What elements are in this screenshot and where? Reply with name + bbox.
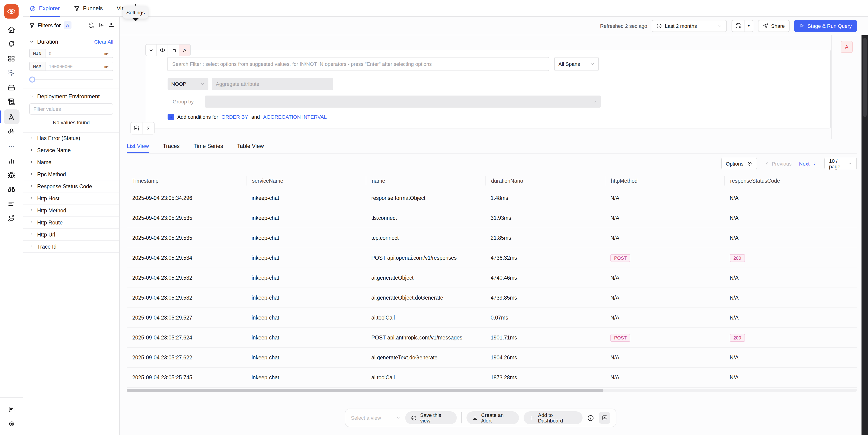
rail-item-support[interactable] bbox=[3, 403, 19, 416]
attribute-filter-trace-id[interactable]: Trace Id bbox=[23, 241, 119, 253]
table-row[interactable]: 2025-09-04 23:05:27.624inkeep-chatPOST a… bbox=[127, 328, 857, 348]
table-row[interactable]: 2025-09-04 23:05:29.535inkeep-chattls.co… bbox=[127, 208, 857, 228]
column-header-servicename[interactable]: serviceName bbox=[246, 176, 366, 186]
attribute-filter-http-route[interactable]: Http Route bbox=[23, 216, 119, 229]
table-row[interactable]: 2025-09-04 23:05:29.535inkeep-chattcp.co… bbox=[127, 228, 857, 248]
previous-page-button[interactable]: Previous bbox=[764, 161, 792, 166]
query-a-chip[interactable]: A bbox=[64, 21, 71, 29]
plus-icon[interactable] bbox=[167, 113, 174, 120]
query-variant-chip-a[interactable]: A bbox=[841, 41, 853, 53]
duration-max-input[interactable]: MAX 100000000 ms bbox=[29, 62, 113, 71]
signoz-logo-icon[interactable] bbox=[4, 4, 19, 19]
query-label-a[interactable]: A bbox=[179, 44, 190, 56]
aggregate-operator-select[interactable]: NOOP bbox=[167, 78, 209, 90]
formula-button[interactable] bbox=[143, 123, 154, 134]
table-row[interactable]: 2025-09-04 23:05:25.745inkeep-chatai.too… bbox=[127, 368, 857, 388]
query-builder-button[interactable] bbox=[131, 123, 143, 134]
table-row[interactable]: 2025-09-04 23:05:29.532inkeep-chatai.gen… bbox=[127, 268, 857, 288]
tab-explorer[interactable]: Explorer bbox=[30, 0, 60, 17]
time-range-select[interactable]: Last 2 months bbox=[652, 20, 727, 32]
column-header-responsestatuscode[interactable]: responseStatusCode bbox=[724, 176, 857, 186]
rail-item-settings[interactable] bbox=[3, 417, 19, 430]
next-page-button[interactable]: Next bbox=[799, 161, 817, 166]
rail-item-integrations[interactable] bbox=[3, 211, 19, 225]
page-scrollbar-thumb[interactable] bbox=[863, 38, 867, 117]
clear-all-link[interactable]: Clear All bbox=[94, 39, 113, 44]
share-button[interactable]: Share bbox=[758, 20, 789, 32]
table-row[interactable]: 2025-09-04 23:05:29.532inkeep-chatai.gen… bbox=[127, 288, 857, 308]
view-tab-time-series[interactable]: Time Series bbox=[193, 139, 223, 153]
duration-title[interactable]: Duration bbox=[37, 38, 58, 45]
select-view-dropdown[interactable]: Select a view bbox=[351, 415, 401, 421]
span-scope-select[interactable]: All Spans bbox=[554, 57, 599, 71]
sync-icon[interactable] bbox=[88, 22, 94, 28]
slider-handle[interactable] bbox=[29, 76, 35, 82]
attribute-filter-http-method[interactable]: Http Method bbox=[23, 204, 119, 216]
chevron-right-icon bbox=[29, 184, 33, 188]
create-alert-button[interactable]: Create an Alert bbox=[466, 411, 519, 424]
attribute-filter-http-url[interactable]: Http Url bbox=[23, 229, 119, 241]
attribute-filter-has-error-status-[interactable]: Has Error (Status) bbox=[23, 132, 119, 144]
rail-item-metrics[interactable] bbox=[3, 154, 19, 167]
page-scrollbar[interactable] bbox=[862, 35, 868, 435]
duration-min-input[interactable]: MIN 0 ms bbox=[29, 49, 113, 58]
column-header-httpmethod[interactable]: httpMethod bbox=[605, 176, 724, 186]
column-header-name[interactable]: name bbox=[366, 176, 485, 186]
save-view-label: Save this view bbox=[420, 412, 451, 424]
column-header-timestamp[interactable]: Timestamp bbox=[127, 176, 246, 186]
aggregate-attribute-input[interactable]: Aggregate attribute bbox=[212, 78, 333, 90]
attribute-filter-rpc-method[interactable]: Rpc Method bbox=[23, 168, 119, 180]
deployment-env-title[interactable]: Deployment Environment bbox=[37, 93, 99, 100]
group-by-select[interactable] bbox=[205, 96, 601, 108]
page-size-select[interactable]: 10 / page bbox=[825, 158, 857, 169]
collapse-panel-icon[interactable] bbox=[599, 412, 610, 424]
view-tab-traces[interactable]: Traces bbox=[163, 139, 180, 153]
add-to-dashboard-button[interactable]: Add to Dashboard bbox=[524, 411, 583, 424]
rail-item-infrastructure[interactable] bbox=[3, 81, 19, 94]
table-row[interactable]: 2025-09-04 23:05:29.527inkeep-chatai.too… bbox=[127, 308, 857, 328]
aggregation-interval-link[interactable]: AGGREGATION INTERVAL bbox=[263, 114, 327, 120]
rail-item-dashboards[interactable] bbox=[3, 52, 19, 65]
order-by-link[interactable]: ORDER BY bbox=[221, 114, 248, 120]
rail-item-logs[interactable] bbox=[3, 95, 19, 108]
view-tab-table-view[interactable]: Table View bbox=[237, 139, 264, 153]
rail-item-messaging-queues[interactable] bbox=[3, 125, 19, 139]
chevron-down-icon[interactable] bbox=[29, 39, 34, 44]
collapse-left-icon[interactable] bbox=[98, 22, 104, 28]
scrollbar-thumb[interactable] bbox=[127, 389, 603, 392]
rail-item-pipelines[interactable] bbox=[3, 197, 19, 210]
duration-slider[interactable] bbox=[29, 75, 113, 83]
copy-query-button[interactable] bbox=[168, 44, 179, 56]
rail-item-explore[interactable] bbox=[3, 183, 19, 196]
toggle-visibility-button[interactable] bbox=[157, 44, 168, 56]
table-row[interactable]: 2025-09-04 23:05:27.622inkeep-chatai.gen… bbox=[127, 348, 857, 368]
attribute-filter-http-host[interactable]: Http Host bbox=[23, 193, 119, 204]
rail-item-exceptions[interactable] bbox=[3, 168, 19, 182]
rail-item-home[interactable] bbox=[3, 23, 19, 37]
horizontal-scrollbar[interactable] bbox=[127, 389, 857, 392]
column-header-durationnano[interactable]: durationNano bbox=[485, 176, 605, 186]
save-view-button[interactable]: Save this view bbox=[405, 411, 457, 424]
rail-item-get-started[interactable] bbox=[3, 66, 19, 80]
options-button[interactable]: Options bbox=[721, 158, 757, 169]
rail-item-traces[interactable] bbox=[3, 109, 19, 124]
sliders-icon[interactable] bbox=[108, 22, 115, 28]
collapse-query-button[interactable] bbox=[146, 44, 157, 56]
filter-values-input[interactable]: Filter values bbox=[29, 103, 113, 114]
attribute-filter-response-status-code[interactable]: Response Status Code bbox=[23, 180, 119, 193]
cell-response-status: N/A bbox=[724, 275, 857, 280]
info-icon[interactable] bbox=[587, 414, 594, 421]
refresh-button[interactable] bbox=[732, 20, 744, 31]
rail-item-alerts[interactable] bbox=[3, 38, 19, 51]
stage-run-query-button[interactable]: Stage & Run Query bbox=[794, 20, 857, 32]
tab-funnels[interactable]: Funnels bbox=[73, 0, 102, 17]
rail-item-more[interactable] bbox=[3, 140, 19, 153]
search-filter-input[interactable]: Search Filter : select options from sugg… bbox=[167, 57, 549, 71]
view-tab-list-view[interactable]: List View bbox=[127, 139, 149, 153]
table-row[interactable]: 2025-09-04 23:05:29.534inkeep-chatPOST a… bbox=[127, 248, 857, 268]
chevron-down-icon[interactable] bbox=[29, 94, 34, 99]
refresh-caret-button[interactable]: ▼ bbox=[744, 20, 753, 31]
attribute-filter-name[interactable]: Name bbox=[23, 156, 119, 168]
table-row[interactable]: 2025-09-04 23:05:34.296inkeep-chatrespon… bbox=[127, 188, 857, 208]
attribute-filter-service-name[interactable]: Service Name bbox=[23, 144, 119, 156]
